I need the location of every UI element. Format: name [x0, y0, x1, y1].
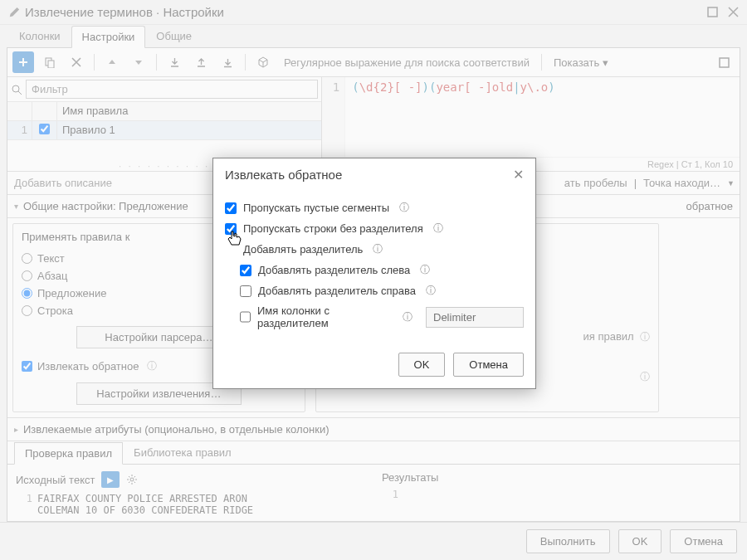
skip-empty-checkbox[interactable]: Пропускать пустые сегментыⓘ [225, 197, 524, 218]
modal-close-button[interactable]: ✕ [513, 167, 524, 183]
skip-nodelim-checkbox[interactable]: Пропускать строки без разделителяⓘ [225, 218, 524, 239]
info-icon: ⓘ [373, 242, 383, 256]
extract-reverse-modal: Извлекать обратное ✕ Пропускать пустые с… [212, 158, 536, 389]
modal-cancel-button[interactable]: Отмена [453, 353, 524, 377]
info-icon: ⓘ [399, 201, 409, 215]
info-icon: ⓘ [420, 263, 430, 277]
info-icon: ⓘ [433, 222, 443, 236]
add-left-checkbox[interactable]: Добавлять разделитель слеваⓘ [240, 260, 524, 280]
modal-title: Извлекать обратное [225, 168, 342, 182]
add-right-checkbox[interactable]: Добавлять разделитель справаⓘ [240, 280, 524, 301]
add-delim-label: Добавлять разделительⓘ [225, 239, 524, 260]
info-icon: ⓘ [403, 310, 413, 324]
col-name-checkbox[interactable]: Имя колонки с разделителемⓘ [240, 301, 524, 333]
modal-ok-button[interactable]: OK [398, 353, 446, 377]
info-icon: ⓘ [426, 284, 436, 298]
delimiter-input[interactable] [426, 307, 524, 328]
